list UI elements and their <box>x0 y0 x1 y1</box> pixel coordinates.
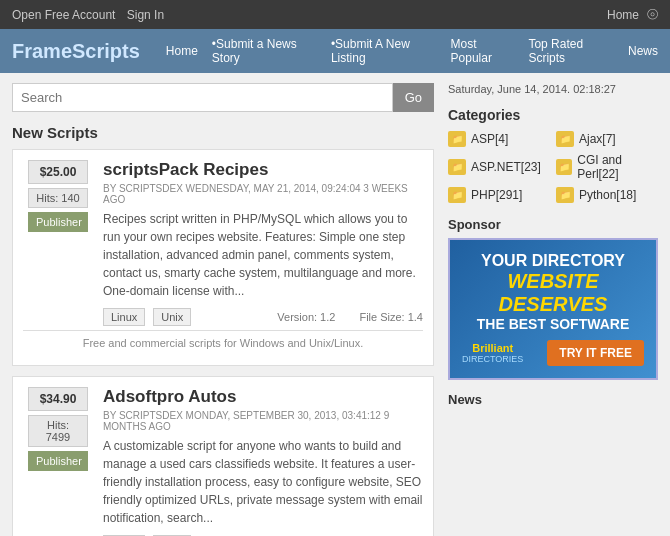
sponsor-line1: YOUR DIRECTORY <box>462 252 644 270</box>
sponsor-line3: THE BEST SOFTWARE <box>462 316 644 332</box>
cat-label-python: Python[18] <box>579 188 636 202</box>
script-title-1: scriptsPack Recipes <box>103 160 423 180</box>
new-scripts-title: New Scripts <box>12 124 434 141</box>
sign-in-link[interactable]: Sign In <box>127 8 164 22</box>
categories-grid: 📁 ASP[4] 📁 Ajax[7] 📁 ASP.NET[23] 📁 CGI a… <box>448 131 658 203</box>
cat-php[interactable]: 📁 PHP[291] <box>448 187 550 203</box>
cat-icon-cgi: 📁 <box>556 159 572 175</box>
cat-label-cgi: CGI and Perl[22] <box>577 153 658 181</box>
script-content-2: Adsoftpro Autos BY SCRIPTSDEX MONDAY, SE… <box>103 387 423 536</box>
go-button[interactable]: Go <box>393 83 434 112</box>
tag-unix-1[interactable]: Unix <box>153 308 191 326</box>
publisher-btn-2[interactable]: Publisher <box>28 451 88 471</box>
cat-ajax[interactable]: 📁 Ajax[7] <box>556 131 658 147</box>
nav-top-rated[interactable]: Top Rated Scripts <box>528 37 614 65</box>
script-meta-1: $25.00 Hits: 140 Publisher <box>23 160 93 326</box>
right-col: Saturday, June 14, 2014. 02:18:27 Catego… <box>448 83 658 536</box>
script-desc-2: A customizable script for anyone who wan… <box>103 437 423 527</box>
categories-title: Categories <box>448 107 658 123</box>
sponsor-ad-bottom: Brilliant DIRECTORIES TRY IT FREE <box>462 340 644 366</box>
cat-python[interactable]: 📁 Python[18] <box>556 187 658 203</box>
top-bar-left: Open Free Account Sign In <box>12 8 172 22</box>
top-bar: Open Free Account Sign In Home ⦾ <box>0 0 670 29</box>
nav-bar: FrameScripts Home •Submit a News Story •… <box>0 29 670 73</box>
cat-label-aspnet: ASP.NET[23] <box>471 160 541 174</box>
script-card: $25.00 Hits: 140 Publisher scriptsPack R… <box>12 149 434 366</box>
file-size-1: File Size: 1.4 <box>359 311 423 323</box>
cat-label-php: PHP[291] <box>471 188 522 202</box>
hits-badge-1: Hits: 140 <box>28 188 88 208</box>
cat-icon-python: 📁 <box>556 187 574 203</box>
brilliant-logo-wrap: Brilliant DIRECTORIES <box>462 342 523 364</box>
home-link[interactable]: Home <box>607 8 639 22</box>
script-content-1: scriptsPack Recipes BY SCRIPTSDEX WEDNES… <box>103 160 423 326</box>
cat-icon-ajax: 📁 <box>556 131 574 147</box>
logo: FrameScripts <box>12 40 140 63</box>
cat-icon-asp: 📁 <box>448 131 466 147</box>
divider-text: Free and commercial scripts for Windows … <box>23 330 423 355</box>
cat-label-asp: ASP[4] <box>471 132 508 146</box>
script-version-1: Version: 1.2 <box>277 311 335 323</box>
sponsor-title: Sponsor <box>448 217 658 232</box>
script-desc-1: Recipes script written in PHP/MySQL whic… <box>103 210 423 300</box>
top-bar-right: Home ⦾ <box>607 6 658 23</box>
open-account-link[interactable]: Open Free Account <box>12 8 115 22</box>
cat-icon-aspnet: 📁 <box>448 159 466 175</box>
tag-linux-1[interactable]: Linux <box>103 308 145 326</box>
nav-submit-news[interactable]: •Submit a News Story <box>212 37 317 65</box>
main-container: Go New Scripts $25.00 Hits: 140 Publishe… <box>0 73 670 536</box>
hits-badge-2: Hits: 7499 <box>28 415 88 447</box>
nav-links: Home •Submit a News Story •Submit A New … <box>166 37 658 65</box>
script-footer-1: Linux Unix Version: 1.2 File Size: 1.4 <box>103 308 423 326</box>
script-card-2: $34.90 Hits: 7499 Publisher Adsoftpro Au… <box>12 376 434 536</box>
brilliant-logo: Brilliant <box>462 342 523 354</box>
nav-news[interactable]: News <box>628 44 658 58</box>
script-by-2: BY SCRIPTSDEX MONDAY, SEPTEMBER 30, 2013… <box>103 410 423 432</box>
nav-submit-listing[interactable]: •Submit A New Listing <box>331 37 437 65</box>
publisher-btn-1[interactable]: Publisher <box>28 212 88 232</box>
rss-icon: ⦾ <box>647 6 658 23</box>
nav-home[interactable]: Home <box>166 44 198 58</box>
sponsor-line2: WEBSITE DESERVES <box>462 270 644 316</box>
news-title: News <box>448 392 658 407</box>
search-input[interactable] <box>12 83 393 112</box>
script-title-2: Adsoftpro Autos <box>103 387 423 407</box>
script-by-1: BY SCRIPTSDEX WEDNESDAY, MAY 21, 2014, 0… <box>103 183 423 205</box>
search-bar: Go <box>12 83 434 112</box>
cat-aspnet[interactable]: 📁 ASP.NET[23] <box>448 153 550 181</box>
brilliant-sub: DIRECTORIES <box>462 354 523 364</box>
date-text: Saturday, June 14, 2014. 02:18:27 <box>448 83 658 95</box>
cat-cgi[interactable]: 📁 CGI and Perl[22] <box>556 153 658 181</box>
cat-asp[interactable]: 📁 ASP[4] <box>448 131 550 147</box>
left-col: Go New Scripts $25.00 Hits: 140 Publishe… <box>12 83 434 536</box>
sponsor-ad: YOUR DIRECTORY WEBSITE DESERVES THE BEST… <box>448 238 658 380</box>
cat-icon-php: 📁 <box>448 187 466 203</box>
nav-most-popular[interactable]: Most Popular <box>451 37 515 65</box>
price-badge-2: $34.90 <box>28 387 88 411</box>
try-free-button[interactable]: TRY IT FREE <box>547 340 644 366</box>
price-badge-1: $25.00 <box>28 160 88 184</box>
script-meta-2: $34.90 Hits: 7499 Publisher <box>23 387 93 536</box>
cat-label-ajax: Ajax[7] <box>579 132 616 146</box>
